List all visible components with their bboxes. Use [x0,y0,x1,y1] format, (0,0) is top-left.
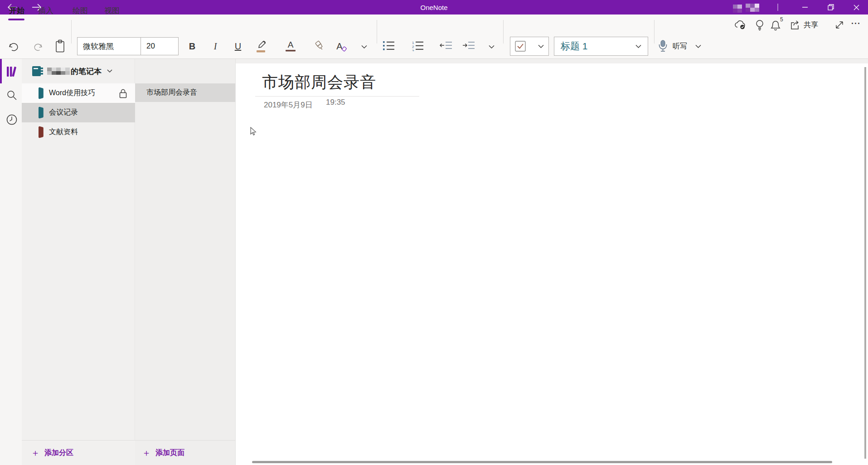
onenote-window: OneNote 开始 插入 绘图 视图 5 共享 ··· [0,0,868,465]
redacted-username-pixelation [47,68,70,75]
add-page-label: 添加页面 [155,448,184,458]
highlighter-button[interactable] [254,38,268,54]
section-spine-icon [37,126,45,139]
share-label: 共享 [804,20,818,30]
section-label: Word使用技巧 [49,88,95,98]
tab-draw[interactable]: 绘图 [73,5,88,16]
microphone-icon [657,39,669,53]
redacted-avatar-pixelation [746,4,759,12]
title-underline [255,96,419,97]
section-item-meeting-notes[interactable]: 会议记录 [22,103,135,122]
notification-count-badge: 5 [780,16,783,23]
svg-text:3: 3 [412,49,414,51]
share-button[interactable]: 共享 [790,19,830,31]
tab-insert[interactable]: 插入 [38,5,53,16]
todo-tag-selector[interactable] [510,37,549,56]
redo-button[interactable] [31,41,44,53]
chevron-down-icon [107,69,112,73]
search-icon[interactable] [5,88,19,102]
recent-notes-clock-icon[interactable] [5,112,19,127]
page-time[interactable]: 19:35 [326,98,345,107]
chevron-down-icon [635,44,641,48]
dictate-label: 听写 [673,42,687,51]
section-spine-icon [37,87,45,100]
page-item-meeting-recording[interactable]: 市场部周会录音 [135,83,235,102]
font-size-selector[interactable]: 20 [141,37,179,55]
rail-selection-indicator [0,59,2,83]
undo-button[interactable] [7,40,21,53]
redacted-account-pixelation [733,5,742,13]
tab-view[interactable]: 视图 [104,5,120,16]
toolbar-divider [71,20,72,44]
font-name-value: 微软雅黑 [78,41,114,52]
page-title[interactable]: 市场部周会录音 [262,72,376,93]
section-spine-icon [37,106,45,119]
add-section-button[interactable]: ＋ 添加分区 [22,440,135,465]
minimize-button[interactable] [794,0,815,15]
indent-button[interactable] [462,40,475,52]
todo-checkbox-icon [515,41,526,52]
plus-icon: ＋ [31,448,40,457]
font-color-button[interactable]: A [283,38,298,54]
section-label: 会议记录 [49,108,78,117]
tab-home[interactable]: 开始 [9,5,24,16]
font-options-chevron-icon[interactable] [359,44,369,50]
more-options-ellipsis[interactable]: ··· [851,19,861,29]
section-label: 文献资料 [49,127,78,137]
page-label: 市场部周会录音 [146,88,197,97]
sync-status-icon[interactable] [732,19,748,30]
restore-button[interactable] [820,0,841,15]
clipboard-paste-icon[interactable] [53,39,67,53]
expand-fullscreen-icon[interactable] [834,19,845,30]
page-date[interactable]: 2019年5月9日 [264,100,313,110]
style-value: 标题 1 [561,40,588,53]
italic-button[interactable]: I [209,40,222,53]
numbered-list-button[interactable]: 123 [411,40,424,52]
add-section-label: 添加分区 [44,448,73,458]
horizontal-scrollbar[interactable] [252,461,832,463]
style-selector[interactable]: 标题 1 [554,37,648,56]
section-item-word-tips[interactable]: Word使用技巧 [22,83,135,103]
mouse-cursor [250,127,257,136]
vertical-scrollbar[interactable] [864,67,866,459]
format-painter-button[interactable] [313,38,328,54]
lightbulb-icon[interactable] [754,19,765,31]
outdent-button[interactable] [439,40,453,52]
toolbar-divider [377,20,377,44]
clear-formatting-button[interactable]: A [334,38,349,54]
paragraph-options-chevron-icon[interactable] [486,44,496,50]
dictate-button[interactable]: 听写 [657,38,707,54]
toolbar-divider [503,20,504,44]
font-size-value: 20 [141,42,155,51]
svg-text:2: 2 [412,45,414,49]
page-canvas[interactable] [236,59,868,465]
content-top-shadow [236,59,868,63]
active-tab-indicator [8,19,24,20]
lock-icon [119,88,127,98]
notebook-title: 的笔记本 [71,66,102,77]
notebook-icon [32,65,44,77]
section-item-reference-material[interactable]: 文献资料 [22,122,135,142]
add-page-button[interactable]: ＋ 添加页面 [135,440,235,465]
bold-button[interactable]: B [186,40,199,53]
underline-button[interactable]: U [232,40,244,53]
close-button[interactable] [846,0,867,15]
plus-icon: ＋ [142,448,151,457]
titlebar-separator [777,4,778,11]
svg-text:1: 1 [412,41,414,45]
pages-pane [135,59,236,465]
notebook-header[interactable]: 的笔记本 [22,59,135,83]
chevron-down-icon [695,44,701,48]
toolbar-divider [654,20,655,44]
bullet-list-button[interactable] [382,40,395,52]
chevron-down-icon [538,44,544,48]
notebooks-library-icon[interactable] [4,63,20,80]
